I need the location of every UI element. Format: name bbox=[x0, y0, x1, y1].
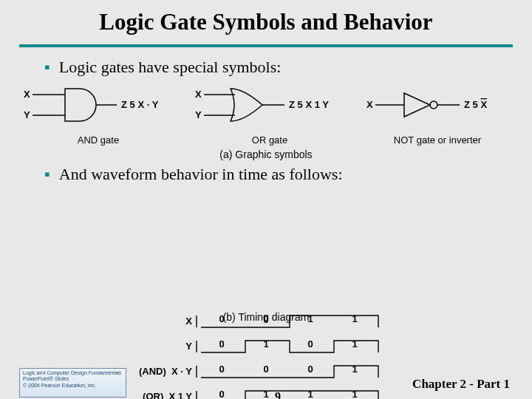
svg-text:Z 5 X · Y: Z 5 X · Y bbox=[121, 99, 159, 110]
and-gate-group: X Y Z 5 X · Y AND gate bbox=[21, 84, 176, 146]
waveform-values: 0011 bbox=[200, 311, 377, 327]
svg-text:Z 5 X: Z 5 X bbox=[464, 99, 487, 110]
svg-text:Y: Y bbox=[195, 109, 202, 120]
not-gate-label: NOT gate or inverter bbox=[393, 134, 482, 146]
waveform-values: 0101 bbox=[200, 336, 377, 352]
waveform-value: 0 bbox=[288, 336, 332, 352]
waveform-value: 0 bbox=[288, 361, 332, 378]
not-gate-group: X Z 5 X NOT gate or inverter bbox=[364, 84, 511, 146]
slide-title: Logic Gate Symbols and Behavior bbox=[0, 0, 532, 41]
waveform-values: 0111 bbox=[200, 386, 377, 399]
waveform-value: 1 bbox=[244, 336, 288, 352]
and-gate-icon: X Y Z 5 X · Y bbox=[21, 84, 176, 130]
and-gate-label: AND gate bbox=[21, 134, 176, 146]
bullet-2: And waveform behavior in time as follows… bbox=[44, 165, 532, 184]
gate-symbols-figure: X Y Z 5 X · Y AND gate X Y Z 5 X 1 Y OR bbox=[15, 84, 517, 160]
waveform-row: (OR) X 1 Y0111 bbox=[111, 386, 421, 399]
svg-text:X: X bbox=[24, 89, 30, 100]
caption-a: (a) Graphic symbols bbox=[15, 149, 517, 160]
waveform-row: X0011 bbox=[111, 311, 421, 335]
waveform-label: Y bbox=[111, 341, 192, 352]
svg-text:X: X bbox=[195, 89, 202, 100]
waveform-value: 0 bbox=[200, 386, 244, 399]
publisher-logo: Logic and Computer Design Fundamentals P… bbox=[19, 368, 126, 398]
bullet-1: Logic gates have special symbols: bbox=[44, 58, 532, 77]
chapter-label: Chapter 2 - Part 1 bbox=[412, 377, 510, 392]
waveform-row: Y0101 bbox=[111, 336, 421, 360]
waveform-value: 1 bbox=[332, 386, 377, 399]
waveform-row: (AND) X · Y0001 bbox=[111, 361, 421, 385]
waveform-value: 1 bbox=[244, 386, 288, 399]
page-number: 9 bbox=[275, 390, 281, 399]
or-gate-group: X Y Z 5 X 1 Y OR gate bbox=[192, 84, 347, 146]
svg-text:X: X bbox=[366, 99, 373, 110]
waveform-value: 0 bbox=[200, 311, 244, 327]
or-gate-label: OR gate bbox=[192, 134, 347, 146]
or-gate-icon: X Y Z 5 X 1 Y bbox=[192, 84, 347, 130]
waveform-value: 1 bbox=[288, 386, 332, 399]
waveform-value: 1 bbox=[288, 311, 332, 327]
waveform-value: 0 bbox=[244, 311, 288, 327]
svg-text:Y: Y bbox=[24, 109, 30, 120]
waveform-value: 0 bbox=[200, 361, 244, 378]
waveform-value: 1 bbox=[332, 311, 377, 327]
timing-diagram: X0011Y0101(AND) X · Y0001(OR) X 1 Y0111(… bbox=[111, 311, 421, 323]
svg-text:Z 5 X 1 Y: Z 5 X 1 Y bbox=[289, 99, 329, 110]
waveform-value: 1 bbox=[332, 336, 377, 352]
title-divider bbox=[19, 44, 513, 47]
waveform-value: 0 bbox=[200, 336, 244, 352]
not-gate-icon: X Z 5 X bbox=[364, 84, 511, 130]
waveform-value: 0 bbox=[244, 361, 288, 378]
waveform-values: 0001 bbox=[200, 361, 377, 378]
waveform-label: X bbox=[111, 316, 192, 327]
waveform-value: 1 bbox=[332, 361, 377, 378]
